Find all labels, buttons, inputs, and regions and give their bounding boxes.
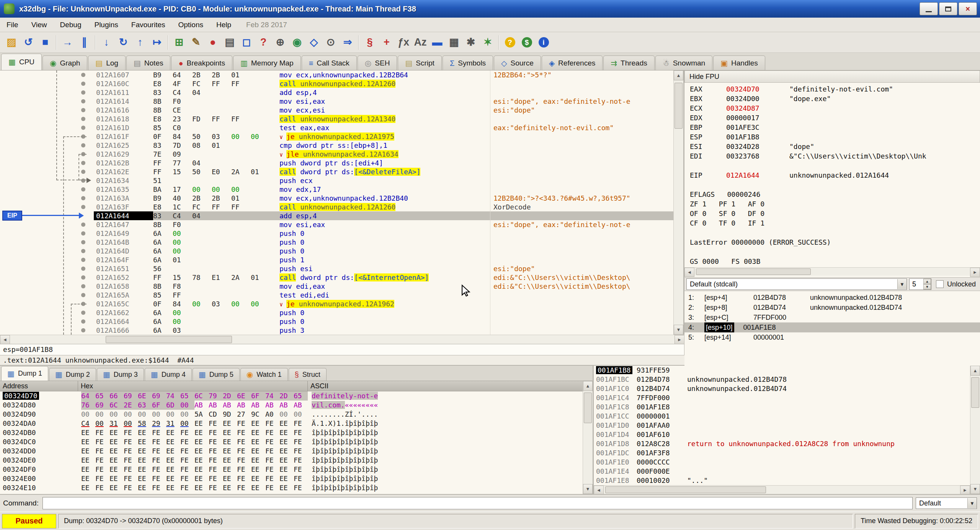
toolbar-memory-window-button[interactable]: ◻ [238, 34, 255, 51]
toolbar-close-file-button[interactable]: ■ [37, 34, 54, 51]
tab-symbols[interactable]: ΣSymbols [443, 56, 493, 70]
disasm-row-012A161F[interactable]: 012A161F0F8450030000∨je unknownunpacked.… [0, 132, 683, 141]
stack-row-001AF1C8[interactable]: 001AF1C8001AF1E8 [594, 402, 980, 412]
dump-row-00324D80[interactable]: 00324D8076696C2E636F6D00ABABABABABABABAB… [0, 401, 593, 410]
toolbar-notes-button[interactable]: ✎ [188, 34, 204, 51]
toolbar-run-button[interactable]: → [59, 34, 76, 51]
stack-hscrollbar[interactable]: ◄ ► [594, 485, 970, 494]
dump-row-00324E10[interactable]: 00324E10EEFEEEFEEEFEEEFEEEFEEEFEEEFEEEFE… [0, 483, 593, 492]
checkbox-icon[interactable] [936, 280, 944, 288]
dump-row-00324D70[interactable]: 00324D70646566696E6974656C792D6E6F742D65… [0, 391, 593, 401]
disasm-row-012A160C[interactable]: 012A160CE84FFCFFFFcall unknownunpacked.1… [0, 79, 683, 88]
scroll-left-icon[interactable]: ◄ [0, 335, 10, 344]
menu-item-plugins[interactable]: Plugins [88, 18, 124, 32]
toolbar-trace-button[interactable]: ⇒ [339, 34, 356, 51]
stack-row-001AF1E0[interactable]: 001AF1E00000CCCC [594, 458, 980, 467]
tab-call-stack[interactable]: ≡Call Stack [302, 56, 357, 70]
toolbar-help-command-button[interactable]: ? [255, 34, 272, 51]
toolbar-info-button[interactable]: i [535, 34, 552, 51]
tab-handles[interactable]: ▣Handles [713, 56, 765, 70]
toolbar-step-into-button[interactable]: ↓ [98, 34, 115, 51]
disasm-row-012A162B[interactable]: 012A162BFF7704push dword ptr ds:[edi+4] [0, 159, 683, 167]
disasm-row-012A163F[interactable]: 012A163FE81CFCFFFFcall unknownunpacked.1… [0, 203, 683, 211]
scroll-thumb[interactable] [605, 486, 766, 493]
toolbar-az-button[interactable]: Az [412, 34, 429, 51]
scroll-up-icon[interactable]: ▲ [970, 366, 980, 376]
hide-fpu-button[interactable]: Hide FPU [684, 70, 980, 83]
dump-row-00324DC0[interactable]: 00324DC0EEFEEEFEEEFEEEFEEEFEEEFEEEFEEEFE… [0, 437, 593, 447]
scroll-track[interactable] [10, 335, 675, 344]
stack-row-001AF1CC[interactable]: 001AF1CC00000001 [594, 412, 980, 421]
stack-row-001AF1C0[interactable]: 001AF1C0012B4D74unknownunpacked.012B4D74 [594, 384, 980, 393]
scroll-thumb[interactable] [675, 83, 683, 129]
tab-dump-4[interactable]: ▦Dump 4 [145, 368, 192, 381]
stack-row-001AF1D0[interactable]: 001AF1D0001AFAA0 [594, 421, 980, 430]
stack-row-001AF1BC[interactable]: 001AF1BC012B4D78unknownunpacked.012B4D78 [594, 375, 980, 384]
dump-vscrollbar[interactable]: ▲ ▼ [583, 381, 593, 494]
disasm-row-012A1666[interactable]: 012A16666A03push 3 [0, 326, 683, 335]
tab-threads[interactable]: ⇉Threads [603, 56, 654, 70]
stack-row-001AF1B8[interactable]: 001AF1B8931FFE59 [594, 366, 980, 375]
stack-row-001AF1C4[interactable]: 001AF1C47FFDF000 [594, 393, 980, 402]
stack-row-001AF1D8[interactable]: 001AF1D8012A8C28return to unknownunpacke… [594, 439, 980, 448]
dump-row-00324D90[interactable]: 00324D9000000000000000005ACD9D279CA00000… [0, 410, 593, 419]
disasm-row-012A1611[interactable]: 012A161183C404add esp,4 [0, 88, 683, 97]
toolbar-table-button[interactable]: ▦ [446, 34, 462, 51]
disasm-vscrollbar[interactable]: ▲ ▼ [673, 70, 683, 335]
scroll-track[interactable] [604, 486, 960, 494]
toolbar-step-over-button[interactable]: ↻ [115, 34, 132, 51]
toolbar-help-button[interactable]: ? [501, 34, 518, 51]
tab-dump-1[interactable]: ▦Dump 1 [1, 366, 48, 381]
menu-item-view[interactable]: View [25, 18, 54, 32]
disasm-row-012A163A[interactable]: 012A163AB9402B2B01mov ecx,unknownunpacke… [0, 194, 683, 203]
scroll-track[interactable] [694, 268, 970, 276]
disasm-row-012A1662[interactable]: 012A16626A00push 0 [0, 308, 683, 317]
tab-dump-5[interactable]: ▦Dump 5 [193, 368, 240, 381]
register-row-ebp[interactable]: EBP001AFE3C [684, 123, 980, 132]
toolbar-donate-button[interactable]: $ [518, 34, 535, 51]
disasm-row-012A162E[interactable]: 012A162EFF1550E02A01call dword ptr ds:[<… [0, 167, 683, 176]
disasm-row-012A1664[interactable]: 012A16646A00push 0 [0, 317, 683, 326]
disasm-row-012A165C[interactable]: 012A165C0F8400030000∨je unknownunpacked.… [0, 299, 683, 308]
scroll-track[interactable] [970, 376, 980, 484]
args-row-4[interactable]: 4:[esp+10]001AF1E8 [684, 322, 980, 332]
dump-row-00324DA0[interactable]: 00324DA0C400310058293100EEFEEEFEEEFEEEFE… [0, 419, 593, 428]
register-row-edx[interactable]: EDX00000017 [684, 113, 980, 123]
tab-seh[interactable]: ◎SEH [358, 56, 397, 70]
maximize-button[interactable] [939, 2, 957, 15]
stack-row-001AF1DC[interactable]: 001AF1DC001AF3F8 [594, 448, 980, 458]
args-row-2[interactable]: 2:[esp+8]012B4D74unknownunpacked.012B4D7… [684, 303, 980, 312]
stack-row-001AF1E4[interactable]: 001AF1E4000F000E [594, 467, 980, 476]
register-row-eip[interactable]: EIP012A1644unknownunpacked.012A1644 [684, 170, 980, 180]
disasm-row-012A1644[interactable]: 012A164483C404add esp,4 [0, 211, 683, 220]
scroll-track[interactable] [583, 391, 593, 484]
command-input[interactable] [42, 497, 913, 509]
disasm-row-012A1616[interactable]: 012A16168BCEmov ecx,esiesi:"dope" [0, 106, 683, 115]
tab-memory-map[interactable]: ▥Memory Map [233, 56, 301, 70]
toolbar-memory-map-button[interactable]: ⊞ [171, 34, 188, 51]
scroll-down-icon[interactable]: ▼ [674, 325, 683, 335]
unlocked-checkbox[interactable]: Unlocked [934, 280, 978, 288]
disasm-row-012A1652[interactable]: 012A1652FF1578E12A01call dword ptr ds:[<… [0, 273, 683, 282]
spinner-down-icon[interactable]: ▼ [923, 284, 931, 290]
scroll-right-icon[interactable]: ► [960, 486, 970, 494]
tab-script[interactable]: ▤Script [398, 56, 441, 70]
register-row-ebx[interactable]: EBX00324D00"dope.exe" [684, 94, 980, 103]
dump-row-00324E00[interactable]: 00324E00EEFEEEFEEEFEEEFEEEFEEEFEEEFEEEFE… [0, 474, 593, 483]
menu-item-options[interactable]: Options [172, 18, 210, 32]
args-row-3[interactable]: 3:[esp+C]7FFDF000 [684, 312, 980, 322]
register-row-edi[interactable]: EDI00323768&"C:\\Users\\victim\\Desktop\… [684, 151, 980, 161]
scroll-down-icon[interactable]: ▼ [970, 484, 980, 494]
tab-graph[interactable]: ◉Graph [42, 56, 87, 70]
toolbar-attach-button[interactable]: ⊕ [272, 34, 289, 51]
tab-log[interactable]: ▤Log [88, 56, 126, 70]
disasm-row-012A1651[interactable]: 012A165156push esiesi:"dope" [0, 264, 683, 273]
tab-references[interactable]: ◈References [542, 56, 603, 70]
tab-dump-3[interactable]: ▦Dump 3 [97, 368, 144, 381]
args-row-5[interactable]: 5:[esp+14]00000001 [684, 332, 980, 342]
toolbar-restart-button[interactable]: ↺ [20, 34, 37, 51]
stack-row-001AF1E8[interactable]: 001AF1E800010020"..." [594, 476, 980, 485]
register-row-ecx[interactable]: ECX00324D87 [684, 103, 980, 113]
disasm-row-012A1658[interactable]: 012A16588BF8mov edi,eaxedi:&"C:\\Users\\… [0, 282, 683, 291]
tab-breakpoints[interactable]: ●Breakpoints [171, 56, 232, 70]
